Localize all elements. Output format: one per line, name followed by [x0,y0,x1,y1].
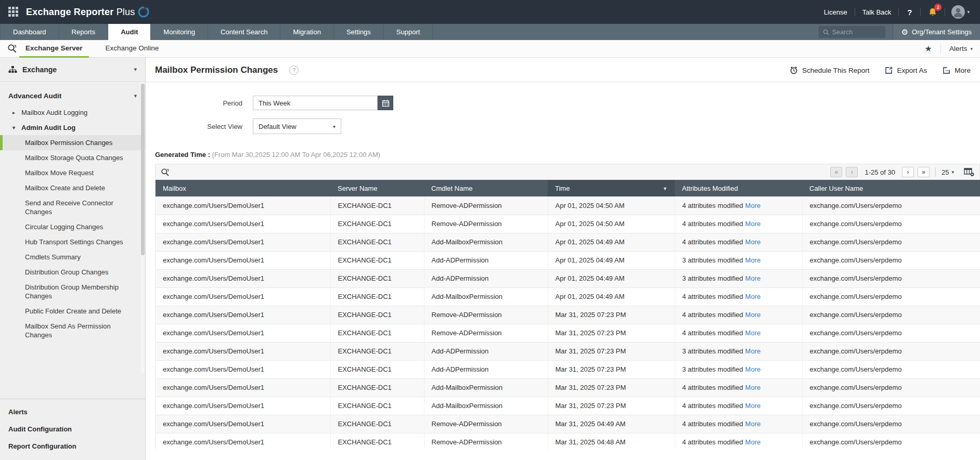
more-link[interactable]: More [745,365,761,373]
export-as-button[interactable]: Export As [885,67,927,74]
cell-attributes-modified: 3 attributes modifiedMore [675,342,802,360]
nav-tab-reports[interactable]: Reports [59,24,109,40]
favorite-star-icon[interactable]: ★ [917,44,940,54]
sidebar-item-send-and-receive-connector-changes[interactable]: Send and Receive Connector Changes [0,195,145,219]
sidebar-item-mailbox-create-and-delete[interactable]: Mailbox Create and Delete [0,180,145,195]
cell-time: Apr 01, 2025 04:50 AM [548,215,675,233]
more-link[interactable]: More [745,438,761,446]
nav-tab-settings[interactable]: Settings [334,24,384,40]
pager-next-button[interactable]: › [902,167,914,177]
cell-cmdlet-name: Remove-ADPermission [424,215,548,233]
column-header-server-name[interactable]: Server Name [330,180,424,196]
sidebar-item-mailbox-permission-changes[interactable]: Mailbox Permission Changes [0,135,145,150]
chevron-down-icon: ▾ [134,66,137,73]
table-row: exchange.com/Users/DemoUser1EXCHANGE-DC1… [156,415,980,433]
more-link[interactable]: More [745,256,761,264]
cell-server-name: EXCHANGE-DC1 [330,360,424,378]
pager-last-button[interactable]: » [918,167,930,177]
more-link[interactable]: More [745,311,761,319]
report-table-body: exchange.com/Users/DemoUser1EXCHANGE-DC1… [156,196,980,449]
cell-caller-user-name: exchange.com/Users/erpdemo [802,360,980,378]
notifications-bell-icon[interactable]: 2 [921,7,945,17]
more-link[interactable]: More [745,274,761,282]
sidebar-group-advanced-audit[interactable]: Advanced Audit ▾ [0,89,145,105]
more-link[interactable]: More [745,402,761,410]
talk-back-link[interactable]: Talk Back [855,8,899,16]
org-tenant-settings-button[interactable]: ⚙ Org/Tenant Settings [893,24,980,40]
nav-tab-audit[interactable]: Audit [108,24,151,40]
sidebar-item-mailbox-audit-logging[interactable]: ▸ Mailbox Audit Logging [0,105,145,120]
scrollbar-thumb[interactable] [141,84,145,255]
pagination: « ‹ 1-25 of 30 › » 25 ▾ [830,167,974,177]
sidebar-link-report-configuration[interactable]: Report Configuration [0,438,145,455]
user-avatar[interactable]: ▾ [945,5,972,19]
cell-cmdlet-name: Add-MailboxPermission [424,397,548,415]
schedule-report-button[interactable]: Schedule This Report [790,66,870,74]
more-link[interactable]: More [745,347,761,355]
view-select[interactable]: Default View ▾ [253,119,341,134]
sidebar-link-alerts[interactable]: Alerts [0,403,145,420]
column-header-cmdlet-name[interactable]: Cmdlet Name [424,180,548,196]
sidebar-item-mailbox-move-request[interactable]: Mailbox Move Request [0,165,145,180]
column-header-time[interactable]: Time ▼ [548,180,675,196]
more-link[interactable]: More [745,329,761,337]
tab-exchange-online[interactable]: Exchange Online [106,40,159,58]
nav-tab-support[interactable]: Support [384,24,433,40]
more-link[interactable]: More [745,384,761,391]
sidebar-section-exchange[interactable]: Exchange ▾ [0,58,145,82]
cell-caller-user-name: exchange.com/Users/erpdemo [802,215,980,233]
table-row: exchange.com/Users/DemoUser1EXCHANGE-DC1… [156,251,980,269]
main-nav: DashboardReportsAuditMonitoringContent S… [0,24,980,40]
nav-tab-migration[interactable]: Migration [280,24,333,40]
sidebar-scrollbar[interactable] [141,82,145,373]
more-link[interactable]: More [745,220,761,228]
report-help-icon[interactable]: ? [289,65,299,75]
sidebar-scroll-area: Advanced Audit ▾ ▸ Mailbox Audit Logging… [0,82,145,399]
cell-time: Mar 31, 2025 07:23 PM [548,360,675,378]
pager-first-button[interactable]: « [830,167,842,177]
page-size-select[interactable]: 25 ▾ [942,168,954,176]
nav-tab-content-search[interactable]: Content Search [208,24,280,40]
cell-server-name: EXCHANGE-DC1 [330,215,424,233]
column-header-mailbox[interactable]: Mailbox [156,180,330,196]
cell-attributes-modified: 4 attributes modifiedMore [675,233,802,251]
nav-search-input[interactable]: Search [819,26,885,38]
cell-cmdlet-name: Remove-ADPermission [424,306,548,324]
column-header-caller-user-name[interactable]: Caller User Name [802,180,980,196]
cell-time: Mar 31, 2025 04:48 AM [548,433,675,449]
sidebar-item-hub-transport-settings-changes[interactable]: Hub Transport Settings Changes [0,234,145,249]
app-title: Exchange Reporter Plus [26,7,135,18]
tab-exchange-server[interactable]: Exchange Server [25,40,83,58]
logo-swirl-icon [137,5,150,19]
apps-grid-icon[interactable] [8,7,19,17]
sidebar-link-audit-configuration[interactable]: Audit Configuration [0,420,145,438]
cell-caller-user-name: exchange.com/Users/erpdemo [802,196,980,215]
column-header-attributes-modified[interactable]: Attributes Modified [675,180,802,196]
cell-server-name: EXCHANGE-DC1 [330,269,424,287]
column-chooser-icon[interactable] [964,167,974,177]
sidebar-item-mailbox-storage-quota-changes[interactable]: Mailbox Storage Quota Changes [0,150,145,165]
report-finder-icon[interactable] [0,44,25,54]
table-search-icon[interactable] [161,168,170,177]
more-link[interactable]: More [745,238,761,246]
sidebar-item-cmdlets-summary[interactable]: Cmdlets Summary [0,249,145,265]
nav-tab-dashboard[interactable]: Dashboard [0,24,59,40]
sidebar-item-public-folder-create-and-delete[interactable]: Public Folder Create and Delete [0,304,145,319]
license-link[interactable]: License [817,8,855,16]
cell-cmdlet-name: Add-ADPermission [424,269,548,287]
nav-tab-monitoring[interactable]: Monitoring [151,24,208,40]
more-link[interactable]: More [745,293,761,300]
more-link[interactable]: More [745,202,761,209]
sidebar-item-admin-audit-log[interactable]: ▾ Admin Audit Log [0,120,145,135]
alerts-dropdown[interactable]: Alerts ▾ [941,45,980,52]
help-icon[interactable]: ? [899,8,920,17]
period-input[interactable] [253,96,378,110]
sidebar-item-circular-logging-changes[interactable]: Circular Logging Changes [0,219,145,234]
sidebar-item-mailbox-send-as-permission-changes[interactable]: Mailbox Send As Permission Changes [0,319,145,343]
more-actions-button[interactable]: More [943,67,971,74]
calendar-button[interactable] [378,96,393,110]
sidebar-item-distribution-group-changes[interactable]: Distribution Group Changes [0,265,145,280]
more-link[interactable]: More [745,420,761,428]
pager-prev-button[interactable]: ‹ [846,167,858,177]
sidebar-item-distribution-group-membership-changes[interactable]: Distribution Group Membership Changes [0,280,145,304]
